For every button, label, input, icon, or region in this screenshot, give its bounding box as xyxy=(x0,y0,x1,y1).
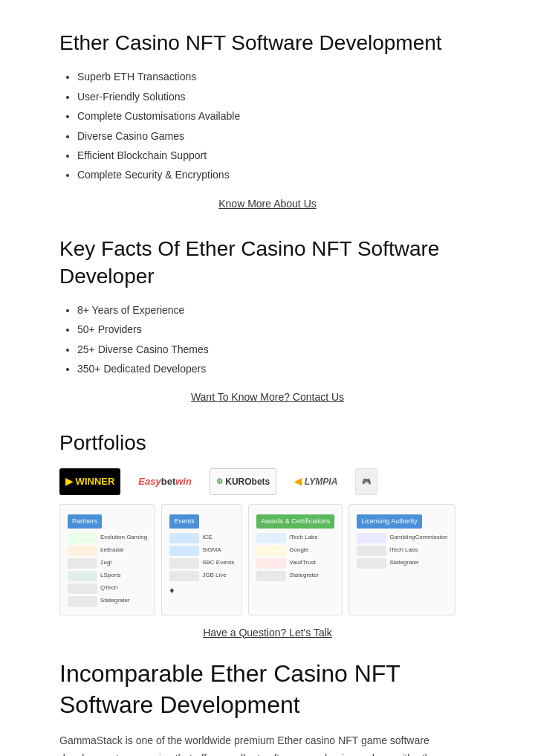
fact-2: 50+ Providers xyxy=(77,321,476,337)
partner-col-header-partners: Partners xyxy=(68,514,102,528)
license-item-stategrater: Stategrater xyxy=(357,558,447,569)
partner-grid: Partners Evolution Gaming bettradar 2ugl… xyxy=(59,504,476,615)
award-item-google: Google xyxy=(256,546,334,556)
portfolio-logos-row: ▶ WINNER Easybetwin ⚙ KURObets ◀ LYMPIA … xyxy=(59,468,476,495)
section1-bullet-list: Superb ETH Transactions User-Friendly So… xyxy=(59,68,476,183)
event-item-ice: ICE xyxy=(169,533,234,543)
partner-col-header-licensing: Licensing Authority xyxy=(357,514,422,528)
section1-cta[interactable]: Know More About Us xyxy=(59,196,476,212)
logo-winner: ▶ WINNER xyxy=(59,468,120,495)
partner-item-2ugl: 2ugl xyxy=(68,558,147,569)
bullet-2: User-Friendly Solutions xyxy=(77,88,476,105)
logo-kurobets: ⚙ KURObets xyxy=(210,468,276,495)
section-ether-casino: Ether Casino NFT Software Development Su… xyxy=(59,30,476,212)
partner-col-awards: Awards & Certifications iTech Labs Googl… xyxy=(248,504,343,615)
fact-4: 350+ Dedicated Developers xyxy=(77,361,476,377)
event-item-sbcevents: SBC Events xyxy=(169,558,234,569)
section2-bullet-list: 8+ Years of Experience 50+ Providers 25+… xyxy=(59,302,476,378)
section3-cta[interactable]: Have a Question? Let's Talk xyxy=(59,624,476,641)
section4-title: Incomparable Ether Casino NFT Software D… xyxy=(59,659,476,720)
section4-body: GammaStack is one of the worldwide premi… xyxy=(59,732,476,756)
bullet-5: Efficient Blockchain Support xyxy=(77,147,476,164)
license-item-gamblingcomm: GamblingCommission xyxy=(357,533,447,543)
section-portfolios: Portfolios ▶ WINNER Easybetwin ⚙ KURObet… xyxy=(59,430,476,641)
partner-col-licensing: Licensing Authority GamblingCommission i… xyxy=(348,504,455,615)
partner-col-header-events: Events xyxy=(169,514,199,528)
logo-easybetwin: Easybetwin xyxy=(132,468,198,495)
partner-item-lsports: LSports xyxy=(68,571,147,581)
license-item-itech: iTech Labs xyxy=(357,546,447,556)
event-item-diamond: ♦ xyxy=(169,584,234,598)
partner-col-events: Events ICE SiGMA SBC Events JGB Live ♦ xyxy=(161,504,242,615)
logo-misc: 🎮 xyxy=(355,468,377,495)
partner-item-stategrater: Stategrater xyxy=(68,596,147,607)
bullet-6: Complete Security & Encryptions xyxy=(77,167,476,183)
logo-olympia: ◀ LYMPIA xyxy=(288,468,343,495)
award-item-stategrater: Stategrater xyxy=(256,571,334,581)
section-key-facts: Key Facts Of Ether Casino NFT Software D… xyxy=(59,236,476,406)
event-item-sigma: SiGMA xyxy=(169,546,234,556)
partner-col-header-awards: Awards & Certifications xyxy=(256,514,334,528)
section2-title: Key Facts Of Ether Casino NFT Software D… xyxy=(59,236,476,290)
bullet-1: Superb ETH Transactions xyxy=(77,68,476,85)
section1-title: Ether Casino NFT Software Development xyxy=(59,30,476,56)
fact-3: 25+ Diverse Casino Themes xyxy=(77,341,476,358)
award-item-vaulttrust: VaultTrust xyxy=(256,558,334,569)
bullet-4: Diverse Casino Games xyxy=(77,128,476,144)
event-item-jgb: JGB Live xyxy=(169,571,234,581)
section2-cta[interactable]: Want To Know More? Contact Us xyxy=(59,389,476,405)
fact-1: 8+ Years of Experience xyxy=(77,302,476,318)
partner-col-partners: Partners Evolution Gaming bettradar 2ugl… xyxy=(59,504,155,615)
section3-title: Portfolios xyxy=(59,430,476,456)
section-incomparable: Incomparable Ether Casino NFT Software D… xyxy=(59,659,476,756)
partner-item-bettradar: bettradar xyxy=(68,546,147,556)
award-item-itech: iTech Labs xyxy=(256,533,334,543)
partner-item-evolution: Evolution Gaming xyxy=(68,533,147,543)
partner-item-qtech: QTech xyxy=(68,584,147,594)
bullet-3: Complete Customisations Available xyxy=(77,108,476,124)
